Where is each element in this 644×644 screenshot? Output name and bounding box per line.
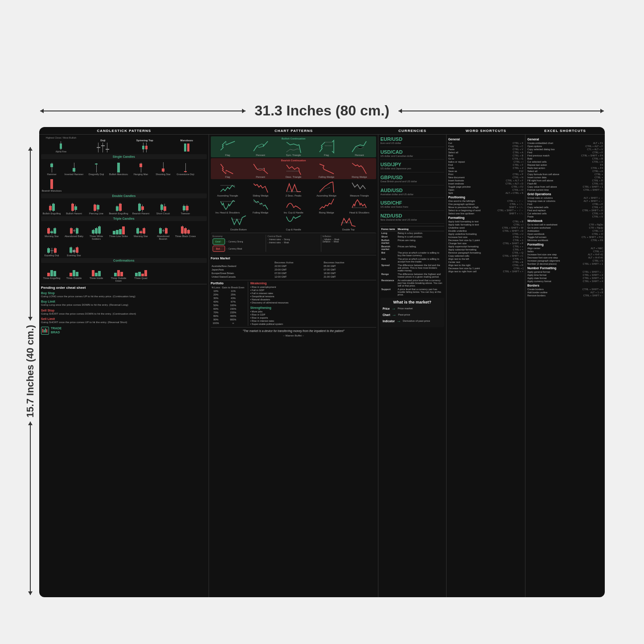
currency-code: NZD/USD (380, 213, 444, 218)
fh-region: Japan/Asia (211, 268, 274, 271)
pattern-inverted-hammer: Inverted Hammer (63, 160, 85, 176)
forex-term-row: Bullish marketPrices are rising. (380, 238, 444, 245)
market-explain: What is the market? Price → Price market… (380, 298, 444, 327)
shortcut-action: One word to the left/right (448, 200, 506, 202)
forex-term-name: Spread (380, 263, 397, 272)
weakening-item: • Discovery of oil/mineral resources (250, 301, 376, 304)
shortcut-key: CTRL + 1 (513, 239, 524, 242)
portfolio-loss: 100% (211, 321, 221, 325)
forex-term-meaning: Prices are rising. (397, 238, 444, 245)
shortcut-action: Apply bold formatting to text (448, 220, 511, 223)
currency-code: USD/JPY (380, 162, 444, 167)
shortcut-row: Select allCTRL + A (527, 170, 603, 172)
confirmations-title: Confirmations (41, 258, 207, 263)
shortcut-action: Cut (448, 142, 511, 144)
shortcut-key: ALT + CTRL + S (505, 192, 523, 194)
portfolio-loss: 80% (211, 314, 221, 318)
shortcut-action: Undo (448, 167, 511, 169)
shortcut-row: Format current timeCTRL + SHIFT + ; (527, 189, 603, 191)
shortcut-action: Remove paragraph formatting (448, 251, 511, 254)
shortcut-key: CTRL + (595, 173, 603, 176)
fh-region: Australia/New Zealand (211, 264, 274, 268)
weakening-item: • Rise in unemployment (250, 286, 376, 288)
fh-region: Europe/Great Britain (211, 271, 274, 275)
shortcut-row: BoldCTRL + B (527, 157, 603, 160)
pattern-gravestone: Gravestone Doji (175, 160, 196, 176)
currency-pair-item: GBP/USDGreat British pound and US dollar (380, 175, 444, 185)
shortcut-row: Center textCTRL + E (448, 261, 524, 263)
shortcut-action: Open workbook (527, 233, 590, 235)
shortcut-row: BoldCTRL + B (448, 154, 524, 157)
pattern-bearish-harami: Bearish Harami (130, 199, 152, 215)
shortcut-key: CTRL + R (513, 264, 523, 267)
vertical-dimension: 15.7 Inches (40 cm.) (25, 147, 36, 595)
sell-limit-title: Sell Limit (41, 317, 207, 320)
shortcut-key: CTRL + R (592, 179, 603, 182)
shortcut-section-title: General (527, 138, 603, 141)
shortcut-key: CTRL + B (592, 157, 603, 160)
pattern-bearish-marubozu: Bearish Marubozu (41, 176, 62, 192)
buy-stop-desc: Going LONG once the price comes UP to hi… (41, 295, 207, 298)
currencies-list: EUR/USDEuro and US dollarUSD/CADUS dolla… (380, 136, 444, 224)
market-chart-label: Chart (382, 313, 390, 316)
pattern-abandoned-baby: Abandoned Baby (63, 222, 85, 240)
shortcut-key: CTRL + A (592, 170, 603, 172)
shortcut-row: Double underlineCTRL + SHIFT + D (448, 230, 524, 232)
shortcut-action: Insert footnote (448, 179, 504, 182)
shortcut-row: Select one line up/downSHIFT + ↑ / ↓ (448, 212, 524, 215)
shortcut-action: One paragraph up/down (448, 203, 508, 205)
shortcut-key: CTRL + I (513, 223, 523, 226)
chart-header: CHART PATTERNS (209, 129, 379, 133)
currency-code: AUD/USD (380, 188, 444, 193)
shortcut-key: CTRL + G (513, 157, 524, 160)
forex-term-row: BidThe price at which a trader is willin… (380, 251, 444, 257)
portfolio-row: 90%900% (211, 318, 246, 321)
excel-shortcuts-content: GeneralCreate embedded chartALT + F1Open… (527, 138, 603, 297)
shortcut-key: ALT + H>F>K (588, 256, 603, 259)
forex-term-meaning: The price at which a trader is willing t… (397, 257, 444, 263)
shortcut-action: Split (448, 192, 504, 194)
fh-active-header: Becomes Active (274, 261, 323, 264)
forex-term-row: AskThe price at which a trader is willin… (380, 257, 444, 263)
market-price-row: Price → Price market (382, 306, 442, 311)
forex-hours-table: Becomes Active Becomes Inactive Australi… (211, 261, 377, 279)
weakening-item: • Geopolitical tensions (250, 295, 376, 298)
trading-card: CANDLESTICK PATTERNS CHART PATTERNS CURR… (39, 127, 605, 597)
shortcut-action: Decrease font size one step (527, 256, 586, 259)
pattern-evening-star: Evening Star (63, 241, 85, 257)
forex-term-name: Short (380, 235, 397, 238)
shortcut-key: CTRL + SHIFT + P (503, 242, 523, 245)
svg-rect-1 (44, 330, 45, 332)
shortcut-key: CTR + PgUp (589, 226, 603, 229)
shortcut-action: Bold (448, 154, 511, 157)
shortcut-action: Format current time (527, 189, 582, 191)
shortcut-action: Go to prev worksheet (527, 226, 587, 229)
shortcut-action: Find (448, 164, 511, 166)
portfolio-row: 70%233% (211, 311, 246, 314)
shortcut-row: Add border outlineALT + 1 + 8 (527, 291, 603, 294)
shortcut-row: Copy value from cell aboveCTRL + SHIFT +… (527, 185, 603, 188)
shortcut-action: Copy formula from cell above (527, 173, 593, 176)
chart-head-shoulders2: Head & Shoulders (343, 198, 375, 214)
shortcut-row: Apply bold formatting to textCTRL + B (448, 220, 524, 223)
shortcut-action: Remove borders (527, 294, 581, 297)
shortcut-action: Decrease font size by 1 point (448, 239, 511, 242)
shortcut-row: Go toCTRL + G (448, 157, 524, 160)
portfolio-gain: 25% (221, 293, 245, 296)
chart-flag-bull2: Flag (311, 140, 343, 156)
forex-term-meaning: The difference between the bid and the a… (397, 263, 444, 272)
shortcut-action: Apply superscript formatting (448, 245, 511, 248)
shortcut-section-title: Grid Operations (527, 193, 603, 196)
shortcut-key: CTRL + B (513, 220, 523, 223)
shortcut-key: CTRL + [ (513, 267, 523, 270)
portfolio-gain: 11% (221, 289, 245, 293)
shortcut-key: CTRL + SHIFT + C (503, 254, 523, 257)
shortcut-key: CTRL + (595, 176, 603, 179)
shortcut-action: Minimise workbook (527, 239, 589, 242)
shortcut-row: Copy formula from cell aboveCTRL + (527, 173, 603, 176)
currency-desc: Euro and US dollar (380, 142, 444, 145)
shortcut-row: UndoCTRL + Z (448, 167, 524, 169)
shortcut-action: Paste (448, 148, 511, 151)
chart-double-top: Double Top (321, 215, 375, 231)
shortcut-key: SHIFT + ↑ / ↓ (509, 212, 523, 215)
